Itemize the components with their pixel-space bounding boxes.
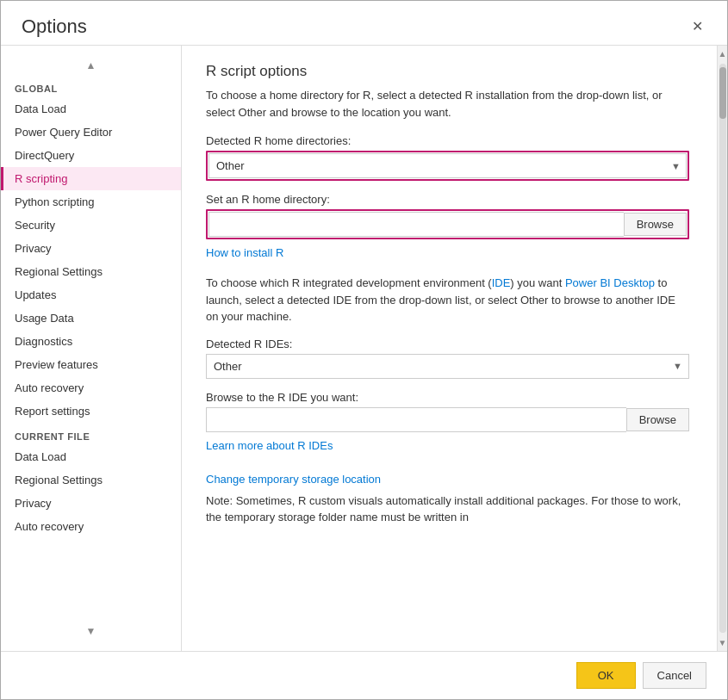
ide-description-text: To choose which R integrated development…	[206, 276, 675, 323]
sidebar-item-report-settings[interactable]: Report settings	[1, 400, 181, 423]
detected-ide-label: Detected R IDEs:	[206, 338, 689, 350]
change-storage-link[interactable]: Change temporary storage location	[206, 473, 689, 486]
sidebar-item-security[interactable]: Security	[1, 214, 181, 237]
set-home-browse-button[interactable]: Browse	[624, 213, 687, 236]
main-scroll-down-arrow[interactable]: ▼	[717, 636, 727, 649]
section-title: R script options	[206, 63, 689, 80]
browse-ide-input-row: Browse	[206, 407, 689, 432]
sidebar-current-file-label: CURRENT FILE	[1, 423, 181, 445]
ok-button[interactable]: OK	[576, 662, 636, 689]
detected-home-label: Detected R home directories:	[206, 134, 689, 147]
sidebar-scroll-down[interactable]: ▼	[1, 622, 181, 641]
sidebar-scroll-up[interactable]: ▲	[1, 56, 181, 75]
sidebar-item-cf-privacy[interactable]: Privacy	[1, 492, 181, 515]
browse-ide-button[interactable]: Browse	[626, 408, 689, 431]
sidebar-item-regional-settings[interactable]: Regional Settings	[1, 260, 181, 283]
sidebar-item-preview-features[interactable]: Preview features	[1, 353, 181, 376]
sidebar-global-label: GLOBAL	[1, 75, 181, 97]
sidebar-item-updates[interactable]: Updates	[1, 283, 181, 307]
sidebar-item-privacy[interactable]: Privacy	[1, 237, 181, 260]
sidebar-item-cf-data-load[interactable]: Data Load	[1, 445, 181, 468]
sidebar: ▲ GLOBAL Data Load Power Query Editor Di…	[1, 46, 182, 651]
sidebar-item-auto-recovery[interactable]: Auto recovery	[1, 376, 181, 400]
scrollbar-thumb[interactable]	[719, 67, 726, 119]
options-dialog: Options ✕ ▲ GLOBAL Data Load Power Query…	[0, 0, 728, 700]
main-scrollbar: ▲ ▼	[717, 46, 727, 651]
browse-ide-label: Browse to the R IDE you want:	[206, 391, 689, 404]
scrollbar-track	[719, 64, 726, 633]
sidebar-item-diagnostics[interactable]: Diagnostics	[1, 330, 181, 353]
sidebar-item-python-scripting[interactable]: Python scripting	[1, 190, 181, 214]
sidebar-item-r-scripting[interactable]: R scripting	[1, 167, 181, 190]
learn-more-link[interactable]: Learn more about R IDEs	[206, 439, 333, 452]
sidebar-item-data-load[interactable]: Data Load	[1, 97, 181, 121]
set-home-input-row: Browse	[206, 209, 689, 239]
title-bar: Options ✕	[1, 1, 727, 45]
main-description: To choose a home directory for R, select…	[206, 87, 689, 121]
cancel-button[interactable]: Cancel	[643, 662, 706, 689]
note-text: Note: Sometimes, R custom visuals automa…	[206, 492, 689, 526]
dialog-title: Options	[22, 15, 87, 38]
detected-home-dropdown[interactable]: Other	[208, 153, 687, 178]
close-button[interactable]: ✕	[685, 15, 710, 38]
sidebar-item-directquery[interactable]: DirectQuery	[1, 144, 181, 167]
ide-description: To choose which R integrated development…	[206, 275, 689, 325]
set-home-label: Set an R home directory:	[206, 193, 689, 206]
sidebar-item-cf-auto-recovery[interactable]: Auto recovery	[1, 515, 181, 538]
content-scroll: R script options To choose a home direct…	[206, 63, 693, 634]
main-scroll-up-arrow[interactable]: ▲	[717, 47, 727, 60]
sidebar-scroll-area: GLOBAL Data Load Power Query Editor Dire…	[1, 75, 181, 622]
browse-ide-input[interactable]	[206, 407, 626, 432]
how-to-install-link[interactable]: How to install R	[206, 246, 283, 259]
main-content: R script options To choose a home direct…	[182, 46, 717, 651]
main-area: R script options To choose a home direct…	[182, 46, 727, 651]
sidebar-item-cf-regional-settings[interactable]: Regional Settings	[1, 468, 181, 492]
sidebar-item-power-query-editor[interactable]: Power Query Editor	[1, 121, 181, 144]
sidebar-item-usage-data[interactable]: Usage Data	[1, 307, 181, 330]
set-home-input[interactable]	[208, 212, 624, 237]
detected-ide-dropdown-wrapper: Other ▼	[206, 354, 689, 379]
detected-ide-dropdown[interactable]: Other	[206, 354, 689, 379]
dialog-footer: OK Cancel	[1, 651, 727, 699]
dialog-body: ▲ GLOBAL Data Load Power Query Editor Di…	[1, 45, 727, 651]
detected-home-dropdown-wrapper: Other ▼	[206, 151, 689, 181]
